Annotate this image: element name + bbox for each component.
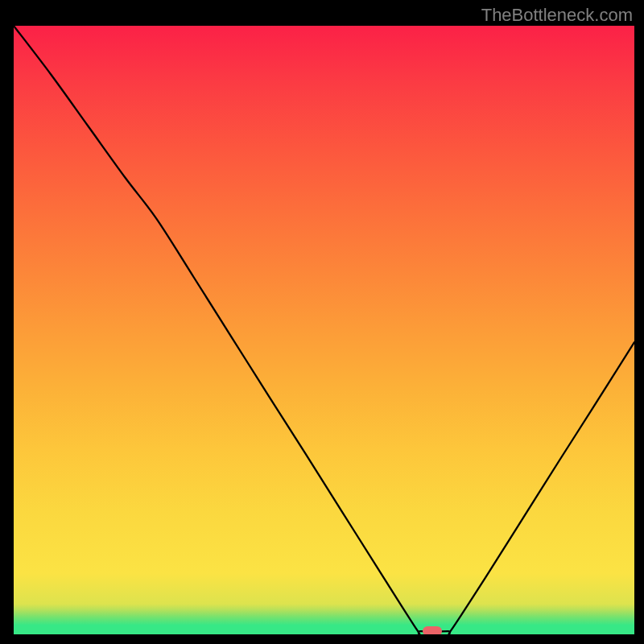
- attribution-text: TheBottleneck.com: [481, 5, 633, 26]
- curve-plot: [14, 26, 634, 634]
- chart-container: TheBottleneck.com: [0, 0, 644, 644]
- optimum-marker: [423, 626, 442, 634]
- plot-area: [14, 26, 634, 634]
